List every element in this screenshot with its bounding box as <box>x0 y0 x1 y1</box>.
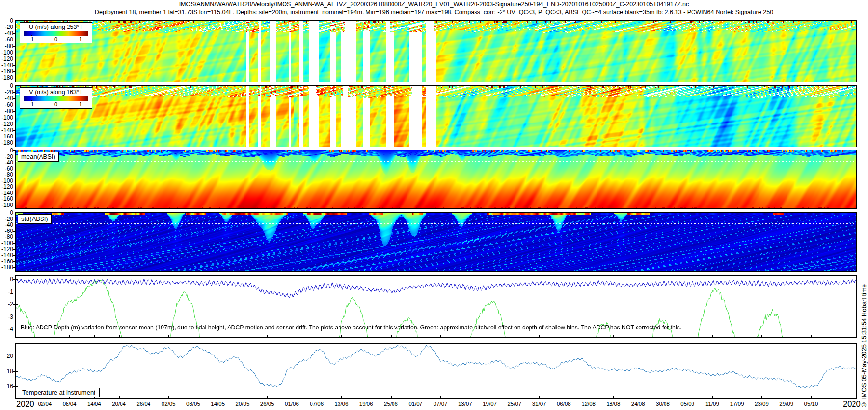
y-tick-label: -80 <box>0 109 13 114</box>
x-tick-label: 05/10 <box>804 401 818 407</box>
y-tick-label: 20 <box>0 353 13 359</box>
x-tick-label: 25/06 <box>384 401 398 407</box>
x-tick-label: 01/07 <box>408 401 422 407</box>
y-tick-label: 16 <box>0 383 13 389</box>
x-tick-label: 06/08 <box>557 401 571 407</box>
y-tick-label: -140 <box>0 190 13 196</box>
y-tick-label: -20 <box>0 216 13 222</box>
y-tick-label: -100 <box>0 115 13 121</box>
y-tick-mark <box>13 33 15 34</box>
y-tick-label: -40 <box>0 160 13 165</box>
y-tick-label: -40 <box>0 96 13 101</box>
y-tick-label: -3 <box>0 314 13 320</box>
v-legend-title: V (m/s) along 163°T <box>20 88 92 96</box>
y-tick-label: -120 <box>0 121 13 127</box>
x-tick-label: 11/09 <box>705 401 719 407</box>
panel-u-velocity: U (m/s) along 253°T -1 0 1 <box>15 20 857 82</box>
y-tick-label: -60 <box>0 102 13 108</box>
file-title: IMOS/ANMN/WA/WATR20/Velocity/IMOS_ANMN-W… <box>0 1 868 8</box>
y-tick-mark <box>13 292 15 292</box>
panel-v-velocity: V (m/s) along 163°T -1 0 1 <box>15 85 857 147</box>
y-tick-mark <box>13 130 15 131</box>
panel-mean-absi: mean(ABSI) <box>15 150 857 209</box>
x-tick-label: 05/09 <box>680 401 694 407</box>
y-tick-mark <box>13 267 15 268</box>
y-tick-mark <box>13 261 15 262</box>
deployment-subtitle: Deployment 18, member 1 lat=31.73S lon=1… <box>0 9 868 15</box>
panel-depth-variation: Blue: ADCP Depth (m) variation from sens… <box>15 275 857 338</box>
y-tick-mark <box>13 27 15 27</box>
y-tick-mark <box>13 219 15 219</box>
mean-absi-label: mean(ABSI) <box>18 152 59 162</box>
y-tick-mark <box>13 53 15 53</box>
colorbar-tick-label: -1 <box>29 36 34 42</box>
v-colorbar-legend: V (m/s) along 163°T -1 0 1 <box>20 87 92 109</box>
x-tick-label: 24/08 <box>631 401 645 407</box>
x-tick-label: 26/04 <box>136 401 150 407</box>
y-tick-label: -180 <box>0 75 13 81</box>
u-colorbar-legend: U (m/s) along 253°T -1 0 1 <box>20 22 92 43</box>
y-tick-mark <box>13 199 15 199</box>
y-tick-mark <box>13 181 15 181</box>
u-velocity-heatmap <box>16 21 856 82</box>
y-tick-mark <box>13 124 15 124</box>
y-tick-label: -160 <box>0 259 13 264</box>
y-tick-label: -40 <box>0 222 13 228</box>
y-tick-mark <box>13 213 15 213</box>
y-tick-mark <box>13 40 15 40</box>
y-tick-label: -120 <box>0 56 13 62</box>
y-tick-label: -4 <box>0 326 13 332</box>
temperature-line <box>16 344 856 398</box>
y-tick-label: 0 <box>0 148 13 153</box>
y-tick-label: -60 <box>0 37 13 42</box>
y-tick-mark <box>13 92 15 93</box>
y-tick-label: -160 <box>0 68 13 74</box>
y-tick-mark <box>13 163 15 163</box>
x-tick-label: 02/04 <box>38 401 52 407</box>
x-tick-label: 23/09 <box>755 401 769 407</box>
y-tick-label: -2 <box>0 301 13 307</box>
y-tick-mark <box>13 65 15 66</box>
x-tick-label: 13/06 <box>335 401 349 407</box>
y-tick-label: -180 <box>0 140 13 146</box>
y-tick-mark <box>13 175 15 175</box>
y-tick-label: 0 <box>0 18 13 24</box>
x-tick-label: 25/07 <box>507 401 521 407</box>
x-tick-label: 19/06 <box>359 401 373 407</box>
u-colorbar-gradient <box>24 31 88 36</box>
x-axis-year-left: 2020 <box>16 399 34 409</box>
y-tick-mark <box>13 143 15 143</box>
panel-temperature: Temperature at instrument <box>15 343 857 399</box>
temperature-label: Temperature at instrument <box>18 388 100 397</box>
colorbar-tick-label: -1 <box>29 101 34 107</box>
y-tick-label: -100 <box>0 240 13 246</box>
v-colorbar-gradient <box>24 96 88 101</box>
y-tick-mark <box>13 329 15 329</box>
y-tick-label: -140 <box>0 252 13 258</box>
y-tick-label: 0 <box>0 83 13 89</box>
y-tick-label: -1 <box>0 289 13 295</box>
y-tick-mark <box>13 356 15 356</box>
y-tick-mark <box>13 279 15 280</box>
std-absi-heatmap <box>16 213 856 271</box>
x-tick-label: 18/08 <box>607 401 621 407</box>
y-tick-mark <box>13 169 15 169</box>
y-tick-label: -120 <box>0 184 13 190</box>
std-absi-label: std(ABSI) <box>18 214 52 224</box>
y-tick-mark <box>13 237 15 237</box>
x-tick-label: 30/08 <box>656 401 670 407</box>
x-tick-label: 26/05 <box>260 401 274 407</box>
y-tick-mark <box>13 78 15 78</box>
x-tick-label: 19/07 <box>483 401 497 407</box>
adcp-deployment-report: IMOS/ANMN/WA/WATR20/Velocity/IMOS_ANMN-W… <box>0 0 868 410</box>
y-tick-label: -20 <box>0 154 13 160</box>
x-tick-label: 08/05 <box>186 401 200 407</box>
colorbar-tick-label: 1 <box>79 101 82 107</box>
y-tick-mark <box>13 317 15 317</box>
x-tick-label: 13/07 <box>458 401 472 407</box>
colorbar-tick-label: 1 <box>79 36 82 42</box>
y-tick-mark <box>13 225 15 225</box>
y-tick-mark <box>13 304 15 305</box>
y-tick-label: -160 <box>0 134 13 139</box>
y-tick-mark <box>13 150 15 151</box>
